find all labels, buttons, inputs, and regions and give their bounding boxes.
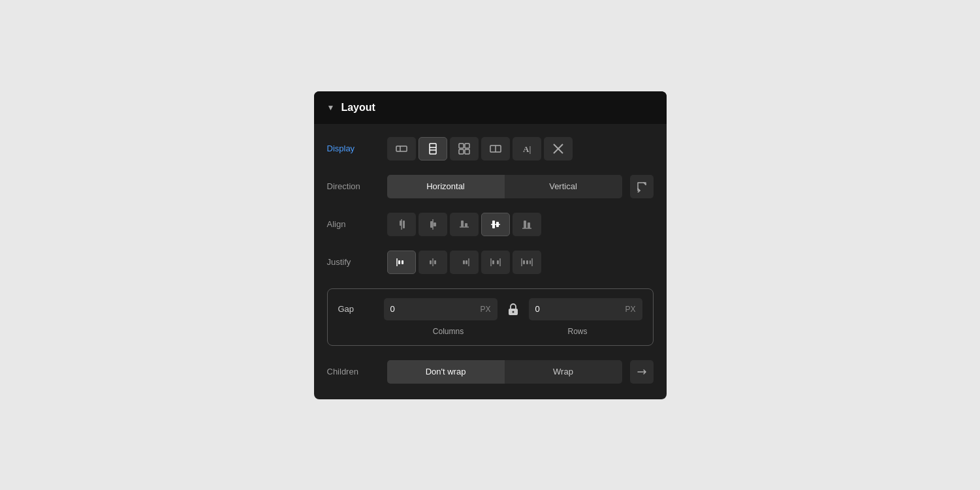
svg-rect-41 xyxy=(497,260,499,264)
lock-icon xyxy=(507,303,519,316)
display-text-button[interactable]: A| xyxy=(513,137,541,161)
svg-rect-40 xyxy=(492,260,494,264)
svg-rect-22 xyxy=(465,223,467,227)
children-reverse-icon xyxy=(636,366,648,378)
text-icon: A| xyxy=(520,142,533,155)
children-row: Children Don't wrap Wrap xyxy=(327,360,654,386)
align-label: Align xyxy=(327,219,379,229)
gap-lock-button[interactable] xyxy=(504,303,522,316)
justify-between-icon xyxy=(489,256,502,269)
display-btn-group: A| xyxy=(387,137,573,161)
justify-row: Justify xyxy=(327,251,654,274)
children-reverse-button[interactable] xyxy=(630,360,654,384)
justify-end-icon xyxy=(458,256,471,269)
chevron-icon: ▼ xyxy=(327,103,335,112)
direction-vertical-button[interactable]: Vertical xyxy=(505,175,622,198)
display-inline-button[interactable] xyxy=(481,137,510,161)
svg-rect-7 xyxy=(459,149,464,154)
svg-point-48 xyxy=(512,311,514,313)
swap-icon xyxy=(636,181,648,192)
svg-rect-33 xyxy=(430,260,432,264)
align-center-v-button[interactable] xyxy=(481,213,510,236)
direction-row: Direction Horizontal Vertical xyxy=(327,175,654,198)
dont-wrap-button[interactable]: Don't wrap xyxy=(387,360,505,384)
svg-rect-44 xyxy=(523,260,525,264)
svg-rect-27 xyxy=(524,221,526,228)
justify-around-button[interactable] xyxy=(513,251,541,274)
svg-rect-34 xyxy=(434,260,436,264)
svg-rect-19 xyxy=(434,222,436,226)
wrap-button[interactable]: Wrap xyxy=(505,360,622,384)
align-center-h-button[interactable] xyxy=(419,213,447,236)
display-label: Display xyxy=(327,144,379,153)
direction-horizontal-button[interactable]: Horizontal xyxy=(387,175,505,198)
justify-center-button[interactable] xyxy=(419,251,447,274)
gap-columns-input[interactable] xyxy=(390,304,417,314)
gap-rows-unit: PX xyxy=(625,305,635,314)
svg-rect-28 xyxy=(528,222,530,228)
svg-rect-16 xyxy=(403,221,405,228)
justify-start-icon xyxy=(395,256,408,269)
gap-columns-label: Columns xyxy=(384,327,513,336)
gap-section: Gap PX PX Columns xyxy=(327,288,654,346)
display-flex-row-button[interactable] xyxy=(387,137,416,161)
svg-rect-8 xyxy=(465,149,469,154)
panel-header: ▼ Layout xyxy=(314,91,667,124)
align-center-h-icon xyxy=(426,218,439,231)
justify-between-button[interactable] xyxy=(481,251,510,274)
grid-icon xyxy=(458,142,471,155)
panel-body: Display xyxy=(314,124,667,399)
svg-rect-30 xyxy=(398,260,400,264)
svg-rect-6 xyxy=(465,144,469,148)
gap-top-row: Gap PX PX xyxy=(338,298,642,320)
justify-btn-group xyxy=(387,251,541,274)
align-end-icon xyxy=(520,218,533,231)
align-baseline-button[interactable] xyxy=(450,213,479,236)
svg-rect-18 xyxy=(430,221,433,228)
svg-rect-15 xyxy=(400,221,402,226)
justify-end-button[interactable] xyxy=(450,251,479,274)
flex-col-icon xyxy=(426,142,439,155)
flex-row-icon xyxy=(395,142,408,155)
gap-label: Gap xyxy=(338,304,377,314)
justify-center-icon xyxy=(426,256,439,269)
none-icon xyxy=(552,142,565,155)
svg-rect-45 xyxy=(526,260,528,264)
svg-rect-31 xyxy=(402,260,403,264)
svg-rect-21 xyxy=(461,221,464,227)
justify-start-button[interactable] xyxy=(387,251,416,274)
display-flex-col-button[interactable] xyxy=(419,137,447,161)
display-none-button[interactable] xyxy=(544,137,573,161)
direction-swap-button[interactable] xyxy=(630,175,654,198)
svg-rect-46 xyxy=(530,260,531,264)
align-start-icon xyxy=(395,218,408,231)
svg-rect-37 xyxy=(466,260,467,264)
svg-rect-2 xyxy=(430,144,436,154)
justify-label: Justify xyxy=(327,257,379,267)
align-btn-group xyxy=(387,213,541,236)
svg-rect-24 xyxy=(492,221,495,228)
gap-rows-input[interactable] xyxy=(535,304,561,314)
gap-columns-input-group: PX xyxy=(384,298,498,320)
gap-rows-label: Rows xyxy=(513,327,642,336)
display-row: Display xyxy=(327,137,654,161)
wrap-btn-group: Don't wrap Wrap xyxy=(387,360,622,384)
panel-title: Layout xyxy=(341,102,375,114)
svg-rect-25 xyxy=(496,222,499,227)
direction-label: Direction xyxy=(327,181,379,191)
svg-text:A|: A| xyxy=(523,144,531,154)
svg-rect-5 xyxy=(459,144,464,148)
gap-columns-unit: PX xyxy=(480,305,490,314)
align-baseline-icon xyxy=(458,218,471,231)
inline-icon xyxy=(489,142,502,155)
justify-around-icon xyxy=(520,256,533,269)
svg-rect-0 xyxy=(396,146,407,151)
align-start-button[interactable] xyxy=(387,213,416,236)
svg-rect-36 xyxy=(463,260,465,264)
align-row: Align xyxy=(327,213,654,236)
align-end-button[interactable] xyxy=(513,213,541,236)
gap-col-labels: Columns Rows xyxy=(338,327,642,336)
display-grid-button[interactable] xyxy=(450,137,479,161)
gap-rows-input-group: PX xyxy=(529,298,642,320)
children-label: Children xyxy=(327,367,379,376)
